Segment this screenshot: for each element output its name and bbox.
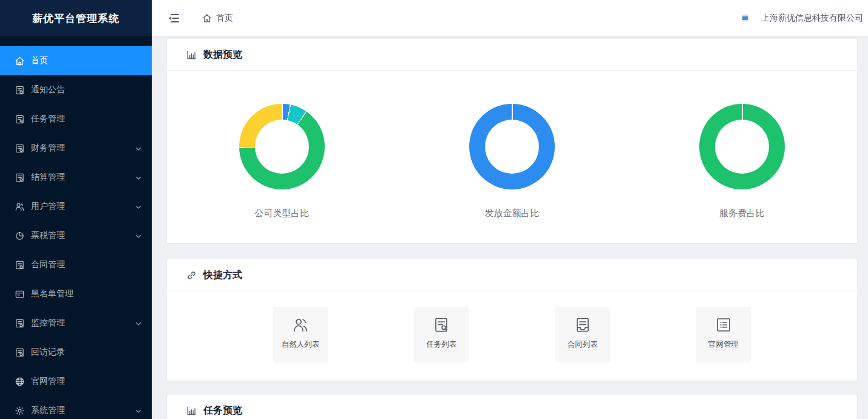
donut-chart-service-fee[interactable] bbox=[699, 104, 785, 189]
sidebar-item-finance[interactable]: 财务管理 bbox=[0, 134, 152, 163]
sidebar-item-monitor[interactable]: 监控管理 bbox=[0, 308, 152, 338]
shortcut-task-list[interactable]: 任务列表 bbox=[414, 307, 469, 363]
sidebar-item-label: 用户管理 bbox=[31, 201, 135, 212]
section-title: 任务预览 bbox=[203, 404, 242, 417]
chart-label: 服务费占比 bbox=[627, 208, 857, 219]
menu-fold-icon[interactable] bbox=[167, 12, 180, 25]
donut-chart-company-type[interactable] bbox=[239, 104, 325, 189]
sidebar-item-label: 任务管理 bbox=[31, 114, 142, 124]
tax-pie-icon bbox=[15, 231, 25, 241]
sidebar-item-contract[interactable]: 合同管理 bbox=[0, 250, 152, 279]
header-user-area[interactable]: 上海薪优信息科技有限公司 bbox=[742, 13, 863, 24]
header-left: 首页 bbox=[152, 12, 233, 25]
shortcut-contract-list[interactable]: 合同列表 bbox=[555, 307, 610, 363]
contract-icon bbox=[15, 260, 25, 270]
sidebar-item-label: 财务管理 bbox=[31, 143, 135, 154]
shortcut-label: 任务列表 bbox=[426, 339, 456, 350]
link-icon bbox=[186, 270, 197, 281]
chart-label: 公司类型占比 bbox=[167, 208, 397, 219]
breadcrumb-label: 首页 bbox=[216, 13, 233, 24]
finance-icon bbox=[15, 143, 25, 154]
sidebar-item-label: 回访记录 bbox=[31, 347, 142, 358]
chevron-down-icon bbox=[135, 145, 142, 152]
home-icon bbox=[202, 13, 212, 23]
website-globe-icon bbox=[15, 376, 25, 387]
system-gear-icon bbox=[15, 406, 25, 416]
sidebar-menu: 首页 通知公告 任务管理 财务管理 结算管理 bbox=[0, 36, 152, 419]
sidebar-item-label: 首页 bbox=[31, 55, 142, 66]
breadcrumb[interactable]: 首页 bbox=[202, 13, 233, 24]
sidebar-item-notice[interactable]: 通知公告 bbox=[0, 75, 152, 104]
chart-label: 发放金额占比 bbox=[397, 208, 627, 219]
sidebar-item-label: 监控管理 bbox=[31, 318, 135, 329]
notice-icon bbox=[15, 85, 25, 95]
sidebar-item-tax[interactable]: 票税管理 bbox=[0, 221, 152, 250]
website-list-icon bbox=[714, 316, 733, 334]
sidebar-item-users[interactable]: 用户管理 bbox=[0, 192, 152, 221]
shortcut-label: 官网管理 bbox=[708, 339, 739, 350]
section-title: 数据预览 bbox=[203, 49, 242, 61]
chevron-down-icon bbox=[135, 232, 142, 239]
sidebar-item-website[interactable]: 官网管理 bbox=[0, 367, 152, 396]
shortcut-natural-person-list[interactable]: 自然人列表 bbox=[273, 307, 328, 363]
data-preview-header: 数据预览 bbox=[167, 39, 857, 71]
donut-chart-payment-amount[interactable] bbox=[469, 104, 555, 189]
shortcut-row: 自然人列表 任务列表 合同列表 官网管理 bbox=[167, 307, 857, 363]
company-name[interactable]: 上海薪优信息科技有限公司 bbox=[761, 13, 863, 24]
shortcut-label: 合同列表 bbox=[568, 339, 598, 350]
chart-company-type: 公司类型占比 bbox=[167, 71, 397, 219]
task-list-icon bbox=[432, 316, 450, 334]
bar-chart-icon bbox=[186, 50, 197, 60]
sidebar-item-label: 系统管理 bbox=[31, 405, 135, 416]
sidebar-item-label: 票税管理 bbox=[31, 230, 135, 241]
sidebar-item-system[interactable]: 系统管理 bbox=[0, 396, 152, 419]
task-preview-header: 任务预览 bbox=[167, 395, 857, 419]
settlement-icon bbox=[15, 172, 25, 183]
sidebar-item-blacklist[interactable]: 黑名单管理 bbox=[0, 279, 152, 308]
sidebar-item-visit[interactable]: 回访记录 bbox=[0, 338, 152, 367]
chevron-down-icon bbox=[135, 174, 142, 181]
sidebar-item-home[interactable]: 首页 bbox=[0, 46, 152, 75]
shortcuts-header: 快捷方式 bbox=[167, 259, 857, 291]
data-preview-card: 数据预览 公司类型占比 发放金额占比 服务费占比 bbox=[167, 39, 857, 243]
sidebar-item-label: 合同管理 bbox=[31, 259, 142, 270]
sidebar-item-label: 结算管理 bbox=[31, 172, 135, 183]
sidebar-item-settlement[interactable]: 结算管理 bbox=[0, 163, 152, 192]
bar-chart-icon bbox=[186, 406, 197, 416]
blacklist-icon bbox=[15, 289, 25, 299]
people-icon bbox=[291, 316, 310, 334]
app-title: 薪优平台管理系统 bbox=[32, 12, 120, 26]
donut-chart-row: 公司类型占比 发放金额占比 服务费占比 bbox=[167, 71, 857, 219]
chart-payment-amount: 发放金额占比 bbox=[397, 71, 627, 219]
sidebar-item-label: 官网管理 bbox=[31, 376, 142, 387]
visit-icon bbox=[15, 347, 25, 358]
contract-list-icon bbox=[574, 316, 592, 334]
main-content: 数据预览 公司类型占比 发放金额占比 服务费占比 快捷方式 bbox=[152, 36, 868, 419]
chevron-down-icon bbox=[135, 203, 142, 210]
task-icon bbox=[15, 114, 25, 124]
sidebar: 薪优平台管理系统 首页 通知公告 任务管理 财务管理 bbox=[0, 0, 152, 419]
sidebar-item-label: 黑名单管理 bbox=[31, 288, 142, 299]
section-title: 快捷方式 bbox=[203, 269, 242, 282]
sidebar-item-label: 通知公告 bbox=[31, 84, 142, 95]
chevron-down-icon bbox=[135, 407, 142, 414]
users-icon bbox=[15, 202, 25, 212]
monitor-icon bbox=[15, 318, 25, 329]
top-header: 首页 上海薪优信息科技有限公司 bbox=[152, 0, 868, 36]
avatar[interactable] bbox=[742, 15, 748, 22]
chevron-down-icon bbox=[135, 319, 142, 327]
shortcut-website-management[interactable]: 官网管理 bbox=[696, 307, 751, 363]
shortcuts-card: 快捷方式 自然人列表 任务列表 合同列表 bbox=[167, 259, 857, 381]
home-icon bbox=[15, 56, 25, 66]
chart-service-fee: 服务费占比 bbox=[627, 71, 857, 219]
shortcut-label: 自然人列表 bbox=[282, 339, 320, 350]
task-preview-card: 任务预览 bbox=[167, 395, 857, 419]
app-logo: 薪优平台管理系统 bbox=[0, 0, 152, 36]
sidebar-item-task[interactable]: 任务管理 bbox=[0, 104, 152, 134]
